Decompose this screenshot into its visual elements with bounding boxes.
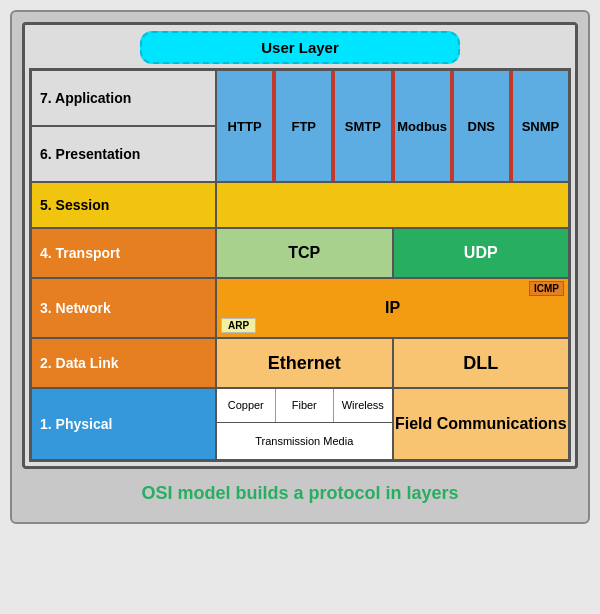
proto-tcp: TCP — [217, 229, 394, 277]
transport-content: TCP UDP — [217, 229, 568, 277]
user-layer-row: User Layer — [25, 25, 575, 68]
proto-smtp: SMTP — [333, 71, 392, 181]
layer-7-label: 7. Application — [32, 71, 215, 127]
field-communications-label: Field Communications — [394, 389, 569, 459]
proto-snmp: SNMP — [511, 71, 568, 181]
proto-modbus: Modbus — [393, 71, 452, 181]
layer-2-row: 2. Data Link Ethernet DLL — [32, 339, 568, 389]
user-layer-box: User Layer — [140, 31, 460, 64]
layer-4-label: 4. Transport — [32, 229, 217, 277]
layer-4-row: 4. Transport TCP UDP — [32, 229, 568, 279]
layer-6-label: 6. Presentation — [32, 127, 215, 183]
layer-1-row: 1. Physical Copper Fiber Wireless Transm… — [32, 389, 568, 459]
layer-1-label: 1. Physical — [32, 389, 217, 459]
network-content: IP ICMP ARP — [217, 279, 568, 337]
proto-ethernet: Ethernet — [217, 339, 394, 387]
physical-media-block: Copper Fiber Wireless Transmission Media — [217, 389, 394, 459]
grid-area: 7. Application 6. Presentation 5. Sessio… — [29, 68, 571, 462]
layer-2-label: 2. Data Link — [32, 339, 217, 387]
proto-ftp: FTP — [274, 71, 333, 181]
datalink-content: Ethernet DLL — [217, 339, 568, 387]
layer-3-label: 3. Network — [32, 279, 217, 337]
physical-media-row: Copper Fiber Wireless — [217, 389, 392, 423]
proto-dll: DLL — [394, 339, 569, 387]
proto-http: HTTP — [217, 71, 274, 181]
media-wireless: Wireless — [334, 389, 392, 422]
osi-diagram: User Layer 7. Application 6. Presentatio… — [22, 22, 578, 469]
arp-badge: ARP — [221, 318, 256, 333]
caption: OSI model builds a protocol in layers — [22, 479, 578, 512]
physical-content: Copper Fiber Wireless Transmission Media… — [217, 389, 568, 459]
icmp-badge: ICMP — [529, 281, 564, 296]
proto-dns: DNS — [452, 71, 511, 181]
layer-5-label: 5. Session — [32, 183, 215, 227]
outer-container: User Layer 7. Application 6. Presentatio… — [10, 10, 590, 524]
media-copper: Copper — [217, 389, 276, 422]
media-fiber: Fiber — [276, 389, 335, 422]
session-content — [217, 183, 568, 227]
proto-udp: UDP — [394, 229, 569, 277]
proto-ip: IP ICMP ARP — [217, 279, 568, 337]
transmission-media-label: Transmission Media — [217, 423, 392, 460]
layer-3-row: 3. Network IP ICMP ARP — [32, 279, 568, 339]
